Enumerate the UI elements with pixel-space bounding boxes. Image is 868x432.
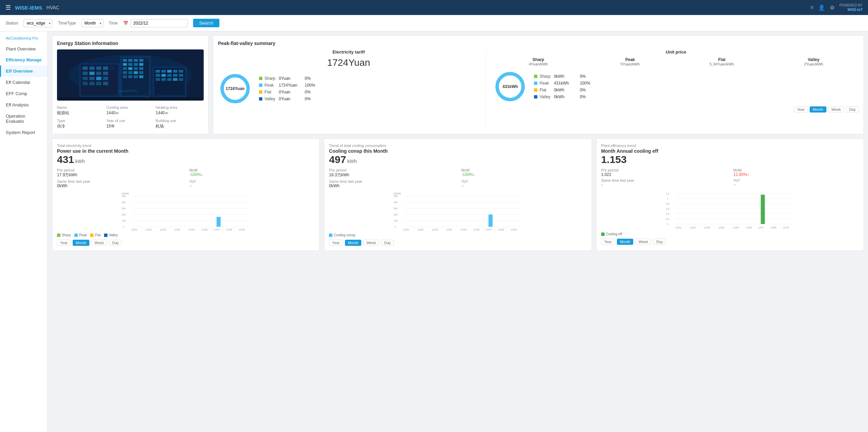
chart2-month-btn[interactable]: Month	[345, 240, 362, 246]
energy-station-title: Energy Station Information	[57, 41, 204, 46]
legend-flat-val: 0Yuan	[279, 90, 303, 94]
svg-rect-9	[83, 72, 88, 75]
chart2-week-btn[interactable]: Week	[363, 240, 379, 246]
station-info-grid: Name 能源站 Cooling area 1440㎡ Heating area…	[57, 105, 204, 129]
top-bar: ☰ WISE-iEMS HVAC ≡ 👤 ⚙ POWERED BY WISE-I…	[0, 0, 868, 15]
chart1-month-btn[interactable]: Month	[73, 240, 89, 246]
chart1-mom: MoM -100%↓	[189, 168, 315, 178]
svg-rect-47	[167, 70, 172, 73]
svg-rect-37	[134, 71, 138, 74]
menu-icon[interactable]: ≡	[810, 4, 813, 11]
chart3-year-btn[interactable]: Year	[601, 239, 615, 245]
peak-valley-title: Peak-flat-valley summary	[218, 41, 859, 46]
timetype-select-wrap[interactable]: Month	[82, 19, 103, 27]
svg-text:0: 0	[395, 226, 396, 228]
chart1-valley-box	[104, 234, 107, 237]
pv-day-btn[interactable]: Day	[846, 106, 859, 113]
chart3-legend: Cooling eff	[601, 232, 859, 236]
chart3-yoy-value: --	[733, 182, 859, 187]
sidebar-item-operation-eval[interactable]: Operation Evaluatio	[0, 110, 47, 127]
top-bar-left: ☰ WISE-iEMS HVAC	[5, 4, 59, 11]
sidebar-item-efficiency-manage[interactable]: Efficiency Manage	[0, 55, 47, 65]
top-row: Energy Station Information	[52, 35, 864, 134]
svg-rect-4	[83, 66, 88, 70]
up-flat-name: Flat	[677, 57, 767, 62]
station-select[interactable]: wcs_edge	[24, 19, 53, 27]
chart1-week-btn[interactable]: Week	[91, 240, 107, 246]
legend-peak-dot	[259, 84, 262, 87]
tariff-donut-label: 1724Yuan	[226, 86, 244, 91]
chart3-yoy-label: YoY	[733, 178, 859, 182]
chart3-day-btn[interactable]: Day	[653, 239, 666, 245]
powered-by: POWERED BY WISE-IoT	[839, 3, 863, 12]
chart1-day-btn[interactable]: Day	[109, 240, 122, 246]
svg-rect-57	[167, 78, 172, 81]
timetype-select[interactable]: Month	[82, 19, 103, 27]
chart3-week-btn[interactable]: Week	[635, 239, 651, 245]
chart3-pre-label: Pre period	[601, 168, 727, 172]
pv-month-btn[interactable]: Month	[810, 106, 826, 113]
legend-valley-pct: 0%	[305, 96, 310, 101]
chart2-area: (kWh) 500 400 300 200 100 0	[329, 191, 587, 232]
legend-valley-name: Valley	[264, 96, 277, 101]
sidebar-item-plant-overview[interactable]: Plant Overview	[0, 43, 47, 55]
svg-rect-34	[139, 67, 143, 70]
chart3-pre-period: Pre period 1.022	[601, 168, 727, 177]
heating-area-block: Heating area 1440㎡	[156, 105, 204, 116]
sidebar-item-eff-calendar[interactable]: Eff Calendar	[0, 77, 47, 88]
svg-rect-56	[161, 78, 166, 81]
up-col-flat: Flat 5.34Yuan/kWh	[677, 57, 767, 66]
chart1-same-value: 0kWh	[57, 183, 183, 188]
svg-text:0.6: 0.6	[666, 208, 669, 210]
svg-rect-18	[89, 82, 95, 85]
station-label: Station	[5, 21, 18, 26]
chart2-pre-value: 18.3万kWh	[329, 172, 454, 178]
chart3-time-toggle: Year Month Week Day	[601, 239, 859, 245]
svg-rect-42	[139, 75, 143, 78]
svg-text:(kWh): (kWh)	[122, 192, 129, 195]
chart1-mom-label: MoM	[189, 168, 315, 172]
building-use-block: Building use 机场	[156, 119, 204, 129]
chart1-legend-valley: Valley	[104, 233, 118, 237]
peak-valley-content: Electricity tariff 1724Yuan	[218, 49, 859, 128]
time-input[interactable]	[130, 19, 188, 27]
chart3-same-label: Same time last year	[601, 178, 727, 182]
legend-sharp-pct: 0%	[305, 76, 310, 81]
chart3-big-value: 1.153	[601, 154, 627, 165]
time-input-group: 📅	[123, 19, 188, 27]
svg-text:400: 400	[394, 201, 398, 204]
energy-station-card: Energy Station Information	[52, 35, 209, 134]
station-select-wrap[interactable]: wcs_edge	[24, 19, 53, 27]
svg-rect-25	[134, 59, 138, 62]
svg-text:12/09: 12/09	[783, 226, 789, 229]
tariff-title-wrap: Electricity tariff 1724Yuan	[218, 49, 479, 68]
chart1-card: Total electricity trend Power use in the…	[52, 138, 320, 251]
sidebar-item-eff-overview[interactable]: Eff Overview	[0, 65, 47, 77]
svg-text:12/07: 12/07	[486, 228, 492, 231]
user-icon[interactable]: 👤	[818, 4, 825, 11]
hamburger-icon[interactable]: ☰	[5, 4, 11, 11]
pv-year-btn[interactable]: Year	[794, 106, 808, 113]
cooling-area-label: Cooling area	[106, 105, 155, 109]
pv-week-btn[interactable]: Week	[828, 106, 844, 113]
chart3-sub: Plant efficiency trend	[601, 144, 859, 148]
sidebar-item-eff-comp[interactable]: EFF Comp	[0, 88, 47, 99]
settings-icon[interactable]: ⚙	[830, 4, 835, 11]
svg-rect-48	[173, 70, 177, 73]
chart2-day-btn[interactable]: Day	[381, 240, 394, 246]
search-button[interactable]: Search	[193, 19, 219, 27]
sidebar-item-eff-analysis[interactable]: Eff Analysis	[0, 99, 47, 110]
ulegend-peak-dot	[534, 81, 537, 85]
svg-text:0.2: 0.2	[666, 218, 669, 220]
chart2-year-btn[interactable]: Year	[329, 240, 343, 246]
chart3-month-btn[interactable]: Month	[617, 239, 634, 245]
unit-price-chart-row: 431kWh Sharp 0kWh 0%	[493, 70, 859, 104]
svg-rect-40	[128, 75, 132, 78]
ulegend-flat-pct: 0%	[580, 88, 585, 92]
ulegend-peak-pct: 100%	[580, 81, 590, 86]
svg-text:12/05: 12/05	[189, 228, 195, 231]
chart1-year-btn[interactable]: Year	[57, 240, 71, 246]
up-col-valley: Valley 2Yuan/kWh	[768, 57, 859, 66]
sidebar-item-system-report[interactable]: System Report	[0, 127, 47, 138]
type-block: Type 供冷	[57, 119, 105, 129]
